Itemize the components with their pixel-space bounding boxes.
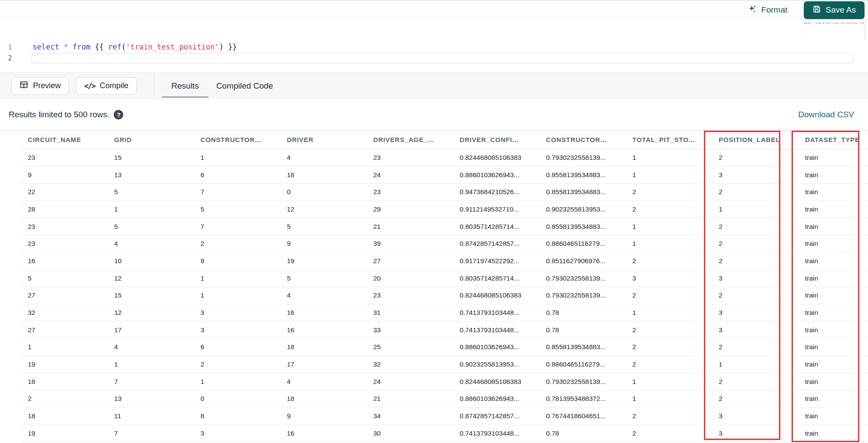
tab-results[interactable]: Results [171,73,200,99]
sql-editor[interactable]: 1 2 select * from {{ ref('train_test_pos… [0,20,868,72]
table-row: 281512290.9112149532710...0.902325581395… [21,201,868,218]
table-cell: 0.9112149532710... [453,201,539,218]
table-cell: 18 [280,166,366,184]
table-cell: 17 [280,356,366,373]
table-cell: 16 [280,321,366,339]
table-cell: 21 [366,218,453,235]
table-cell: 3 [712,407,798,425]
code-token: ) [219,43,224,51]
download-csv-link[interactable]: Download CSV [798,110,854,119]
tab-compiled-code[interactable]: Compiled Code [215,73,274,99]
table-cell: 23 [21,218,107,235]
table-row: 3212316310.7413793103448...0.7813train [21,304,868,321]
table-cell: 3 [194,304,280,321]
table-cell: 1 [21,339,107,356]
table-cell: 1 [712,356,798,373]
code-token: ( [122,43,126,51]
table-cell: 3 [712,425,798,442]
table-cell: 2 [194,235,280,252]
table-cell: 0.7674418604651... [539,407,625,425]
table-cell: 9 [21,166,107,184]
table-cell: 0.7413793103448... [453,321,539,339]
action-bar: Preview </> Compile Results Compiled Cod… [0,72,868,99]
table-cell: train [798,235,868,252]
table-cell: 1 [194,149,280,166]
table-cell: 2 [625,201,712,218]
column-header: GRID [107,131,194,149]
table-cell: 20 [366,270,453,287]
column-header: DRIVER [280,131,366,149]
divider [154,73,154,99]
table-cell: 2 [625,425,712,442]
table-icon [20,80,28,91]
table-cell: 0.8511627906976... [539,252,625,270]
code-line[interactable]: select * from {{ ref('train_test_positio… [33,43,237,51]
code-token [68,43,72,51]
table-cell: 0.824468085106383 [453,287,539,304]
table-cell: 0.7930232558139... [539,373,625,390]
table-cell: train [798,201,868,218]
table-cell: 12 [107,270,194,287]
table-cell: 1 [107,356,194,373]
table-cell: 32 [21,304,107,321]
preview-label: Preview [33,81,61,90]
table-cell: 0 [280,183,366,201]
compile-button[interactable]: </> Compile [76,77,137,95]
table-cell: 0.8860465116279... [539,235,625,252]
table-cell: 7 [107,425,194,442]
table-cell: train [798,356,868,373]
minimap-code-line: select * from {{ ref('train_test_positio… [804,22,863,24]
code-token: ref [108,43,122,51]
table-cell: 39 [366,235,453,252]
table-cell: 1 [107,201,194,218]
table-cell: 1 [625,235,712,252]
column-header: CONSTRUCTOR... [539,131,625,149]
code-token: }} [224,43,237,51]
table-cell: 1 [194,373,280,390]
table-cell: 2 [712,183,798,201]
column-header: DATASET_TYPE [798,131,868,149]
save-as-button[interactable]: Save As [804,1,865,19]
table-cell: 2 [625,407,712,425]
active-line-cursor-box[interactable] [32,53,853,63]
column-header: DRIVER_CONFI... [453,131,539,149]
table-cell: 0.8860103626943... [453,339,539,356]
code-token: * [64,43,68,51]
code-token: {{ [95,43,108,51]
table-cell: train [798,390,868,408]
results-tabs: Results Compiled Code [171,73,289,99]
format-button[interactable]: Format [748,4,787,16]
table-cell: 21 [366,390,453,408]
table-cell: 0.8558139534883... [539,183,625,201]
code-icon: </> [84,82,95,90]
table-cell: 1 [625,390,712,408]
column-header: CONSTRUCTOR... [194,131,280,149]
table-cell: train [798,407,868,425]
table-cell: 9 [194,252,280,270]
table-cell: 2 [625,339,712,356]
table-cell: 2 [625,183,712,201]
table-cell: 7 [194,218,280,235]
table-cell: 24 [366,373,453,390]
table-cell: 3 [712,270,798,287]
table-cell: 5 [280,218,366,235]
table-cell: 1 [194,270,280,287]
table-cell: 1 [625,304,712,321]
table-cell: 1 [625,166,712,184]
table-cell: 0.8035714285714... [453,218,539,235]
table-cell: 0.8860103626943... [453,390,539,408]
table-cell: 17 [107,321,194,339]
preview-button[interactable]: Preview [11,77,69,95]
table-cell: 2 [712,252,798,270]
table-cell: 0 [194,390,280,408]
table-cell: train [798,373,868,390]
help-icon[interactable]: ? [114,110,123,119]
table-cell: 2 [712,373,798,390]
table-cell: 5 [107,183,194,201]
save-as-label: Save As [825,5,856,15]
format-label: Format [761,5,787,15]
table-cell: 0.9171974522292... [453,252,539,270]
table-cell: 16 [280,425,366,442]
table-cell: 0.8558139534883... [539,218,625,235]
table-cell: 2 [625,356,712,373]
